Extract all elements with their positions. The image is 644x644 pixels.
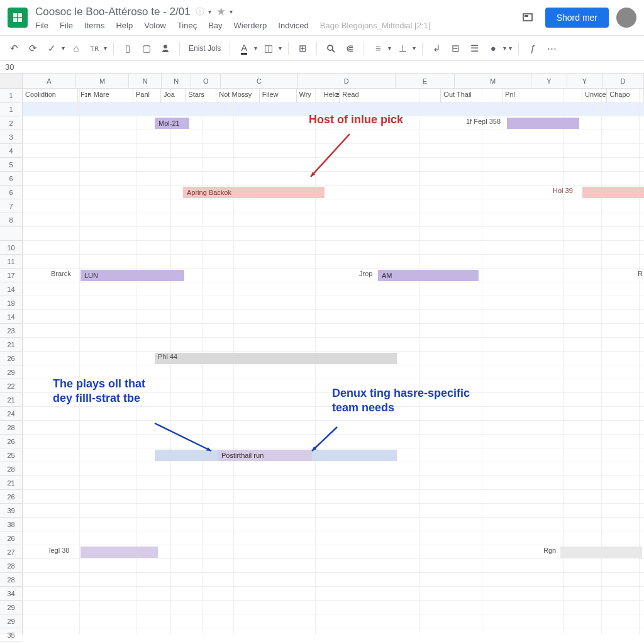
fill-dropdown[interactable]: ▾ [279,45,282,52]
search-icon[interactable] [323,41,338,56]
share-button[interactable]: Shord mer [545,8,609,28]
row-header[interactable]: 5 [0,158,22,172]
row-header[interactable]: 29 [0,365,22,379]
row-header[interactable]: 22 [0,379,22,393]
row-header[interactable]: 29 [0,614,22,628]
cells-area[interactable]: CoolidtionFɪʀ MarePanlJoaStarsNot MossyF… [23,89,644,635]
sheet-header-cell[interactable]: Read [340,89,441,103]
align-icon[interactable]: ≡ [370,41,386,56]
ink-dropdown[interactable]: ▾ [503,45,506,52]
row-header[interactable]: 17 [0,269,22,282]
row-header[interactable]: 2 [0,116,22,130]
border-icon[interactable]: ▢ [139,41,154,56]
col-header[interactable]: D [298,74,396,88]
avatar[interactable] [616,8,636,28]
sheet-header-cell[interactable]: Chapo [607,89,644,103]
sheet-header-cell[interactable]: Pnl [502,89,582,103]
redo-icon[interactable]: ⟳ [25,41,40,56]
sheet-header-cell[interactable]: Out Thail [441,89,502,103]
filter-icon[interactable]: ⋐ [342,41,357,56]
text-color-dropdown[interactable]: ▾ [254,45,257,52]
row-header[interactable]: 25 [0,448,22,462]
row-header[interactable]: 34 [0,587,22,601]
menu-file2[interactable]: File [60,21,73,30]
row-header[interactable] [0,227,22,241]
help-icon[interactable]: ⓘ [196,6,204,18]
menu-tinec[interactable]: Tineç [177,21,197,30]
row-header[interactable]: 11 [0,255,22,269]
row-header[interactable]: 1 [0,89,22,103]
name-box[interactable]: 30 [0,61,644,74]
row-header[interactable]: 6 [0,186,22,199]
row-header[interactable]: 24 [0,407,22,421]
function-icon[interactable]: ƒ [525,41,540,56]
title-dropdown-icon[interactable]: ▾ [208,8,211,15]
row-header[interactable]: 7 [0,199,22,213]
zoom-label[interactable]: ᴛʀ [87,44,101,53]
sheet-header-cell[interactable]: Unvice [582,89,607,103]
sheet-header-cell[interactable]: Coolidtion [23,89,78,103]
row-header[interactable]: 38 [0,518,22,531]
check-icon[interactable]: ✓ [44,41,59,56]
gantt-bar[interactable] [155,353,397,364]
menu-volow[interactable]: Volow [144,21,166,30]
row-header[interactable]: 4 [0,144,22,158]
col-header[interactable]: M [455,74,531,88]
ink-icon[interactable]: ● [486,41,501,56]
menu-bay[interactable]: Bay [208,21,222,30]
gantt-bar[interactable] [560,547,642,558]
row-header[interactable]: 39 [0,504,22,518]
row-header[interactable]: 26 [0,531,22,545]
row-header[interactable]: 26 [0,435,22,448]
row-header[interactable]: 29 [0,601,22,614]
col-header[interactable]: O [191,74,221,88]
sheet-header-cell[interactable]: Wry [297,89,321,103]
zoom-dropdown[interactable]: ▾ [104,45,107,52]
row-header[interactable]: 14 [0,310,22,324]
col-header[interactable]: E [396,74,455,88]
menu-items[interactable]: Iterns [84,21,105,30]
menu-wierderp[interactable]: Wierderp [234,21,267,30]
col-header[interactable]: D [602,74,644,88]
font-name[interactable]: Enist Jols [186,44,223,53]
col-header[interactable]: Y [531,74,567,88]
gantt-bar[interactable]: LUN [80,270,184,281]
format-icon[interactable]: ▯ [120,41,135,56]
sheet-header-cell[interactable]: Joa [161,89,186,103]
row-header[interactable]: 28 [0,573,22,587]
align-dropdown[interactable]: ▾ [388,45,391,52]
undo-icon[interactable]: ↶ [6,41,21,56]
menu-help[interactable]: Help [116,21,133,30]
gantt-bar[interactable] [507,118,579,129]
fill-icon[interactable]: ◫ [261,41,276,56]
more-dropdown[interactable]: ▾ [509,45,512,52]
row-header[interactable]: 1 [0,103,22,116]
print-icon[interactable]: ⌂ [69,41,84,56]
gantt-bar[interactable] [582,187,644,198]
row-header[interactable]: 27 [0,545,22,559]
row-header[interactable]: 6 [0,172,22,186]
row-header[interactable]: 14 [0,282,22,296]
row-header[interactable]: 10 [0,241,22,255]
select-all-corner[interactable] [0,74,22,89]
row-header[interactable]: 23 [0,324,22,338]
more-icon[interactable]: ⋯ [544,41,559,56]
gantt-bar[interactable] [80,547,158,558]
row-header[interactable]: 28 [0,559,22,573]
row-header[interactable]: 35 [0,628,22,642]
star-dropdown-icon[interactable]: ▾ [230,8,233,15]
gantt-bar[interactable]: AM [378,270,479,281]
text-color-icon[interactable]: A [236,41,252,56]
row-header[interactable]: 28 [0,462,22,476]
sheet-header-cell[interactable]: Filew [260,89,297,103]
valign-dropdown[interactable]: ▾ [413,45,416,52]
gantt-bar[interactable]: Mol-21 [155,118,189,129]
menu-indviced[interactable]: Indviced [278,21,308,30]
row-header[interactable]: 21 [0,338,22,352]
check-dropdown[interactable]: ▾ [62,45,65,52]
grid-icon[interactable]: ⊞ [295,41,310,56]
list-icon[interactable]: ☰ [467,41,482,56]
row-header[interactable]: 21 [0,476,22,490]
row-header[interactable]: 8 [0,213,22,227]
valign-icon[interactable]: ⊥ [395,41,410,56]
